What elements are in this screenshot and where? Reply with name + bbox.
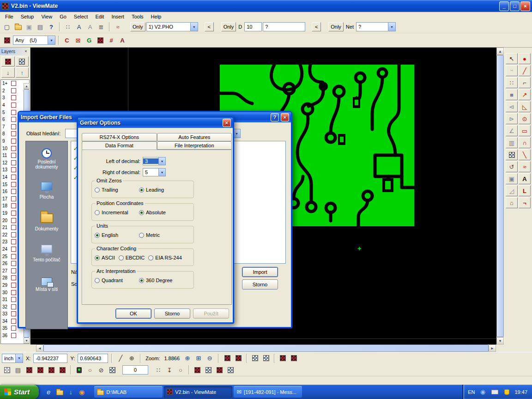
rotate-tool-button[interactable]: ↺ bbox=[506, 161, 518, 172]
radio-metric[interactable]: Metric bbox=[139, 232, 160, 238]
a-command-button[interactable]: A bbox=[117, 35, 127, 45]
unit-combo[interactable]: inch ▼ bbox=[2, 354, 23, 363]
layers-close-icon[interactable]: × bbox=[23, 49, 29, 54]
gerber-close-button[interactable]: × bbox=[223, 119, 231, 127]
wave-tool-button[interactable]: ≈ bbox=[519, 161, 531, 172]
ok-button[interactable]: OK bbox=[115, 308, 151, 319]
arrow-tool-button[interactable]: ↗ bbox=[519, 89, 531, 100]
taskbar-window-2[interactable]: V2.bin - ViewMate bbox=[164, 386, 232, 398]
layer-swatch[interactable] bbox=[11, 139, 16, 144]
layer-grid-a-button[interactable] bbox=[1, 56, 15, 66]
place-desktop[interactable]: Plocha bbox=[26, 175, 67, 206]
radio-trailing[interactable]: Trailing bbox=[95, 187, 135, 193]
gerber-dialog-titlebar[interactable]: Gerber Options × bbox=[78, 118, 233, 128]
layer-swatch[interactable] bbox=[11, 319, 16, 324]
radio-eia-rs-244[interactable]: EIA RS-244 bbox=[148, 255, 181, 260]
only-dcode-button[interactable]: Only bbox=[221, 22, 236, 31]
pointer-tool-button[interactable]: ↖ bbox=[506, 53, 518, 64]
layer-swatch[interactable] bbox=[11, 103, 16, 108]
layer-swatch[interactable] bbox=[11, 95, 16, 100]
layer-swatch[interactable] bbox=[11, 203, 16, 208]
layer-swatch[interactable] bbox=[11, 239, 16, 244]
corner2-tool-button[interactable]: ◿ bbox=[506, 185, 518, 196]
maximize-button[interactable]: □ bbox=[510, 1, 520, 11]
l-dim-tool-button[interactable]: L bbox=[519, 185, 531, 196]
radio-quadrant[interactable]: Quadrant bbox=[95, 278, 135, 283]
ie-button[interactable]: e bbox=[43, 387, 54, 397]
grid-table-button[interactable] bbox=[107, 365, 117, 375]
layer-swatch[interactable] bbox=[11, 218, 16, 223]
layer-down-button[interactable]: ↓ bbox=[1, 67, 15, 78]
open-file-button[interactable] bbox=[13, 22, 23, 32]
new-file-button[interactable]: ▢ bbox=[2, 22, 12, 32]
select-dots-button[interactable]: ∷ bbox=[63, 22, 73, 32]
help-pointer-button[interactable]: ? bbox=[46, 22, 56, 32]
only-layer-button[interactable]: Only bbox=[130, 22, 145, 31]
left-of-decimal-combo[interactable]: 3 ▼ bbox=[143, 157, 166, 165]
dialog-close-button[interactable]: × bbox=[281, 113, 289, 121]
grid-red6-button[interactable] bbox=[35, 365, 45, 375]
hook-tool-button[interactable]: ¬ bbox=[519, 197, 531, 208]
layer-swatch[interactable] bbox=[11, 117, 16, 122]
measure-line-button[interactable]: ╱ bbox=[115, 353, 126, 363]
zoom-in-button[interactable]: ⊕ bbox=[182, 353, 193, 363]
download-button[interactable]: ↓ bbox=[66, 387, 76, 397]
grid-red5-button[interactable] bbox=[24, 365, 34, 375]
dots-tool-button[interactable]: ∷ bbox=[506, 77, 518, 88]
pad-dot-tool-button[interactable]: ● bbox=[519, 53, 531, 64]
radio-english[interactable]: English bbox=[95, 232, 135, 238]
layer-swatch[interactable] bbox=[11, 232, 16, 237]
taskbar-window-1[interactable]: D:\MLAB bbox=[94, 386, 163, 398]
layer-combo[interactable]: 1) V2.PHO ▼ bbox=[146, 22, 198, 31]
scroll-down-icon[interactable]: ▼ bbox=[496, 337, 504, 345]
clock[interactable]: 19:47 bbox=[514, 389, 527, 395]
scroll-up-icon[interactable]: ▲ bbox=[24, 83, 30, 89]
minimize-button[interactable]: _ bbox=[499, 1, 509, 11]
dot-matrix-button[interactable]: ∷ bbox=[153, 365, 163, 375]
mirror-left-tool-button[interactable]: ⊲ bbox=[506, 101, 518, 112]
layer-swatch[interactable] bbox=[11, 182, 16, 187]
tab-data-format[interactable]: Data Format bbox=[82, 141, 157, 150]
grid-mini-button[interactable] bbox=[95, 35, 105, 45]
browser-button[interactable]: ◉ bbox=[77, 387, 87, 397]
layer-swatch[interactable] bbox=[11, 110, 16, 115]
layer-swatch[interactable] bbox=[11, 261, 16, 266]
target-tool-button[interactable]: ⊙ bbox=[519, 113, 531, 124]
square-tool-button[interactable]: ■ bbox=[506, 89, 518, 100]
tab-rs274-x-options[interactable]: RS274-X Options bbox=[82, 133, 157, 141]
scroll-right-icon[interactable]: ► bbox=[489, 345, 496, 352]
circle-select-button[interactable]: ○ bbox=[85, 365, 95, 375]
tab-file-interpretation[interactable]: File Interpretation bbox=[157, 141, 232, 150]
rings-tool-button[interactable]: ◦◦ bbox=[506, 65, 518, 76]
grid-red8-button[interactable] bbox=[57, 365, 67, 375]
layer-swatch[interactable] bbox=[11, 254, 16, 259]
grid-tool-button[interactable] bbox=[506, 149, 518, 160]
layer-swatch[interactable] bbox=[11, 326, 16, 331]
circle-slash-button[interactable]: ⊘ bbox=[96, 365, 106, 375]
layer-swatch[interactable] bbox=[11, 167, 16, 172]
dcode-a1-button[interactable]: A bbox=[74, 22, 84, 32]
grid-red10-button[interactable] bbox=[214, 365, 224, 375]
combo-arrow-icon[interactable]: ▼ bbox=[158, 157, 165, 165]
menu-tools[interactable]: Tools bbox=[128, 13, 147, 20]
layer-swatch[interactable] bbox=[11, 124, 16, 129]
layer-grid-b-button[interactable] bbox=[16, 56, 29, 66]
h-grid-button[interactable]: # bbox=[106, 35, 116, 45]
layer-swatch[interactable] bbox=[11, 333, 16, 338]
print-button[interactable]: ▤ bbox=[35, 22, 45, 32]
start-button[interactable]: Start bbox=[0, 385, 39, 399]
tab-auto-features[interactable]: Auto Features bbox=[157, 133, 232, 141]
combo-arrow-icon[interactable]: ▼ bbox=[48, 36, 55, 44]
text-tool-button[interactable]: A bbox=[519, 173, 531, 184]
radio-ascii[interactable]: ASCII bbox=[95, 255, 115, 260]
layer-bars-button[interactable]: ≣ bbox=[96, 22, 106, 32]
grid-dark3-button[interactable] bbox=[203, 365, 213, 375]
layer-swatch[interactable] bbox=[11, 283, 16, 288]
language-indicator[interactable]: EN bbox=[468, 389, 475, 395]
grid-red4-button[interactable] bbox=[289, 353, 299, 363]
combo-arrow-icon[interactable]: ▼ bbox=[190, 23, 198, 31]
only-net-button[interactable]: Only bbox=[328, 22, 344, 31]
radio-ebcdic[interactable]: EBCDIC bbox=[119, 255, 145, 260]
angle-tool-button[interactable]: ∠ bbox=[506, 125, 518, 136]
layer-swatch[interactable] bbox=[11, 275, 16, 280]
